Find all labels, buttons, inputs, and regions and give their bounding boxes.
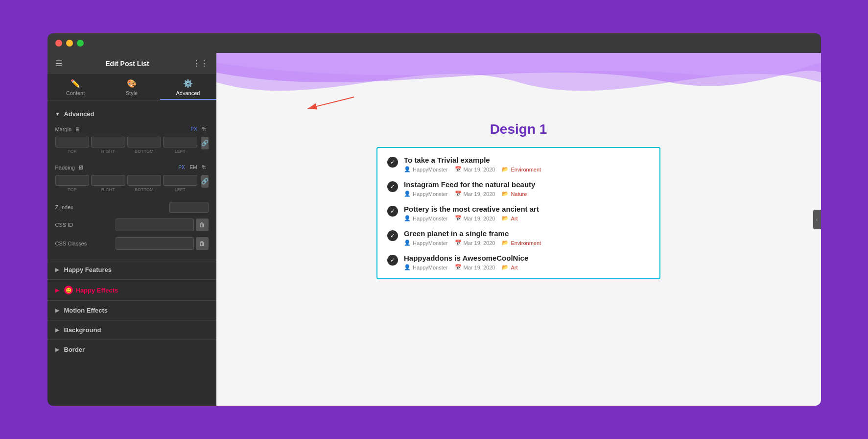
post-title: Green planet in a single frame <box>404 229 650 238</box>
margin-inputs: TOP RIGHT BOTTOM <box>55 137 197 154</box>
padding-top-input[interactable] <box>55 175 90 186</box>
padding-left-input[interactable] <box>163 175 197 186</box>
style-icon: 🎨 <box>127 79 137 88</box>
tab-advanced-label: Advanced <box>176 90 200 96</box>
padding-unit-px[interactable]: PX <box>176 164 187 171</box>
post-info: Green planet in a single frame 👤 HappyMo… <box>404 229 650 246</box>
post-check-icon <box>387 206 398 217</box>
margin-top-wrap: TOP <box>55 137 90 154</box>
calendar-icon: 📅 <box>455 264 462 270</box>
padding-top-wrap: TOP <box>55 175 90 192</box>
minimize-button[interactable] <box>66 40 73 47</box>
post-meta: 👤 HappyMonster 📅 Mar 19, 2020 📂 Environm… <box>404 166 650 172</box>
happy-features-caret: ▶ <box>55 267 59 272</box>
design-title: Design 1 <box>490 122 547 137</box>
hamburger-icon[interactable]: ☰ <box>55 59 62 68</box>
margin-units: PX % <box>188 125 208 133</box>
post-date: 📅 Mar 19, 2020 <box>455 264 495 270</box>
grid-icon[interactable]: ⋮⋮ <box>192 59 208 68</box>
css-id-clear-button[interactable]: 🗑 <box>196 219 209 231</box>
happy-effects-header[interactable]: ▶ 😊 Happy Effects <box>47 280 216 300</box>
post-info: To take a Trivial example 👤 HappyMonster… <box>404 156 650 172</box>
padding-monitor-icon: 🖥 <box>78 164 84 171</box>
padding-unit-percent[interactable]: % <box>200 164 209 171</box>
post-check-icon <box>387 157 398 168</box>
post-author: 👤 HappyMonster <box>404 215 448 221</box>
motion-effects-header[interactable]: ▶ Motion Effects <box>47 301 216 320</box>
post-date: 📅 Mar 19, 2020 <box>455 240 495 246</box>
border-header[interactable]: ▶ Border <box>47 340 216 359</box>
post-list: To take a Trivial example 👤 HappyMonster… <box>387 156 650 270</box>
post-list-card: To take a Trivial example 👤 HappyMonster… <box>376 147 660 279</box>
post-item: Pottery is the most creative ancient art… <box>387 205 650 221</box>
happy-features-section: ▶ Happy Features <box>47 260 216 279</box>
padding-right-label: RIGHT <box>101 187 115 192</box>
folder-icon: 📂 <box>502 264 509 270</box>
padding-left-wrap: LEFT <box>163 175 197 192</box>
background-header[interactable]: ▶ Background <box>47 320 216 340</box>
folder-icon: 📂 <box>502 240 509 246</box>
margin-label-wrap: Margin 🖥 <box>55 126 81 133</box>
css-classes-input[interactable] <box>116 237 194 250</box>
advanced-label: Advanced <box>64 110 94 118</box>
margin-left-label: LEFT <box>175 149 186 154</box>
css-classes-clear-button[interactable]: 🗑 <box>196 237 209 250</box>
padding-link-button[interactable]: 🔗 <box>201 175 209 188</box>
margin-link-button[interactable]: 🔗 <box>201 137 209 149</box>
margin-unit-px[interactable]: PX <box>188 125 199 133</box>
margin-monitor-icon: 🖥 <box>74 126 80 133</box>
post-title: Pottery is the most creative ancient art <box>404 205 650 213</box>
z-index-input[interactable] <box>169 202 209 213</box>
post-check-icon <box>387 255 398 266</box>
content-area: Design 1 To take a Trivial example 👤 Hap… <box>216 53 821 406</box>
padding-bottom-input[interactable] <box>127 175 162 186</box>
close-button[interactable] <box>55 40 62 47</box>
padding-unit-em[interactable]: EM <box>188 164 199 171</box>
post-category: 📂 Environment <box>502 240 541 246</box>
css-id-row: CSS ID 🗑 <box>55 219 209 231</box>
post-date: 📅 Mar 19, 2020 <box>455 166 495 172</box>
css-id-input[interactable] <box>116 219 194 231</box>
tab-content[interactable]: ✏️ Content <box>47 74 104 100</box>
padding-right-input[interactable] <box>91 175 125 186</box>
happy-effects-label: Happy Effects <box>76 287 118 294</box>
happy-features-header[interactable]: ▶ Happy Features <box>47 260 216 279</box>
padding-bottom-wrap: BOTTOM <box>127 175 162 192</box>
post-meta: 👤 HappyMonster 📅 Mar 19, 2020 📂 Nature <box>404 191 650 197</box>
margin-left-input[interactable] <box>163 137 197 147</box>
padding-units: PX EM % <box>176 164 208 171</box>
padding-top-label: TOP <box>68 187 76 192</box>
post-title: Instagram Feed for the natural beauty <box>404 180 650 189</box>
calendar-icon: 📅 <box>455 240 462 246</box>
titlebar <box>47 33 821 53</box>
post-category: 📂 Nature <box>502 191 527 197</box>
margin-unit-percent[interactable]: % <box>200 125 209 133</box>
content-icon: ✏️ <box>70 79 80 88</box>
border-section: ▶ Border <box>47 340 216 359</box>
tab-advanced[interactable]: ⚙️ Advanced <box>160 74 216 100</box>
calendar-icon: 📅 <box>455 215 462 221</box>
margin-right-input[interactable] <box>91 137 125 147</box>
padding-label: Padding <box>55 165 75 171</box>
folder-icon: 📂 <box>502 215 509 221</box>
maximize-button[interactable] <box>77 40 84 47</box>
post-category: 📂 Art <box>502 215 517 221</box>
post-item: Green planet in a single frame 👤 HappyMo… <box>387 229 650 246</box>
calendar-icon: 📅 <box>455 191 462 197</box>
tab-style[interactable]: 🎨 Style <box>104 74 160 100</box>
z-index-label: Z-Index <box>55 204 73 210</box>
post-author: 👤 HappyMonster <box>404 240 448 246</box>
calendar-icon: 📅 <box>455 166 462 172</box>
z-index-row: Z-Index <box>55 202 209 213</box>
css-id-label: CSS ID <box>55 222 73 228</box>
margin-bottom-input[interactable] <box>127 137 162 147</box>
post-meta: 👤 HappyMonster 📅 Mar 19, 2020 📂 Environm… <box>404 240 650 246</box>
post-author: 👤 HappyMonster <box>404 191 448 197</box>
advanced-section-header[interactable]: ▼ Advanced <box>47 106 216 122</box>
author-icon: 👤 <box>404 240 411 246</box>
advanced-icon: ⚙️ <box>183 79 193 88</box>
sidebar-header: ☰ Edit Post List ⋮⋮ <box>47 53 216 74</box>
margin-top-input[interactable] <box>55 137 90 147</box>
margin-inputs-row: TOP RIGHT BOTTOM <box>55 137 209 156</box>
main-area: ☰ Edit Post List ⋮⋮ ✏️ Content 🎨 Style ⚙… <box>47 53 821 406</box>
